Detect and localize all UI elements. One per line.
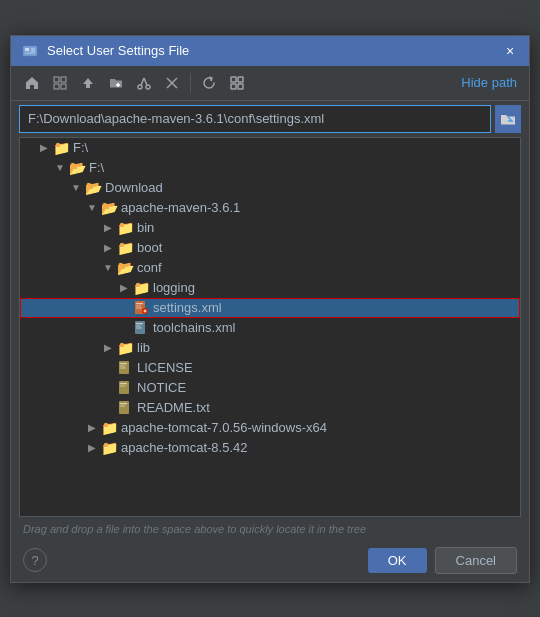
settings-xml-icon: [132, 300, 150, 316]
tree-row[interactable]: ▶ 📁 logging: [20, 278, 520, 298]
dialog-icon: [21, 42, 39, 60]
arrow: ▶: [100, 342, 116, 353]
svg-rect-5: [54, 77, 59, 82]
toolbar: Hide path: [11, 66, 529, 101]
arrow: ▶: [84, 442, 100, 453]
close-button[interactable]: ×: [501, 42, 519, 60]
dialog-title: Select User Settings File: [47, 43, 501, 58]
browse-button[interactable]: [495, 105, 521, 133]
arrow: ▶: [36, 142, 52, 153]
svg-rect-37: [120, 383, 127, 384]
refresh-button[interactable]: [196, 71, 222, 95]
folder-icon: 📁: [52, 140, 70, 156]
svg-rect-7: [54, 84, 59, 89]
svg-line-13: [141, 78, 144, 85]
tree-row[interactable]: ▶ 📁 F:\: [20, 138, 520, 158]
tree-label: README.txt: [137, 400, 210, 415]
ok-button[interactable]: OK: [368, 548, 427, 573]
home-button[interactable]: [19, 71, 45, 95]
folder-icon: 📂: [84, 180, 102, 196]
collapse-button[interactable]: [224, 71, 250, 95]
arrow: ▼: [100, 262, 116, 273]
arrow: ▶: [100, 242, 116, 253]
license-file-icon: [116, 360, 134, 376]
arrow: ▼: [84, 202, 100, 213]
svg-rect-8: [61, 84, 66, 89]
tree-row[interactable]: ▼ 📂 F:\: [20, 158, 520, 178]
help-button[interactable]: ?: [23, 548, 47, 572]
cut-button[interactable]: [131, 71, 157, 95]
delete-button[interactable]: [159, 71, 185, 95]
svg-rect-40: [120, 403, 127, 404]
svg-rect-22: [136, 303, 143, 304]
dialog: Select User Settings File ×: [10, 35, 530, 583]
notice-file-icon: [116, 380, 134, 396]
folder-icon: 📂: [68, 160, 86, 176]
new-folder-button[interactable]: [103, 71, 129, 95]
tree-row-settings-xml[interactable]: settings.xml: [20, 298, 520, 318]
svg-rect-18: [238, 77, 243, 82]
tree-row[interactable]: README.txt: [20, 398, 520, 418]
tree-row[interactable]: ▼ 📂 apache-maven-3.6.1: [20, 198, 520, 218]
svg-rect-31: [136, 327, 142, 328]
tree-row[interactable]: ▶ 📁 apache-tomcat-7.0.56-windows-x64: [20, 418, 520, 438]
folder-icon: 📁: [116, 340, 134, 356]
svg-rect-29: [136, 323, 143, 324]
svg-rect-1: [25, 48, 29, 51]
folder-icon: 📁: [100, 420, 118, 436]
tree-label: apache-tomcat-7.0.56-windows-x64: [121, 420, 327, 435]
tree-label: logging: [153, 280, 195, 295]
svg-rect-6: [61, 77, 66, 82]
tree-row[interactable]: ▶ 📁 bin: [20, 218, 520, 238]
folder-icon: 📂: [116, 260, 134, 276]
tree-row[interactable]: LICENSE: [20, 358, 520, 378]
tree-label: NOTICE: [137, 380, 186, 395]
svg-line-14: [144, 78, 147, 85]
grid-button[interactable]: [47, 71, 73, 95]
tree-row[interactable]: ▶ 📁 lib: [20, 338, 520, 358]
title-bar: Select User Settings File ×: [11, 36, 529, 66]
tree-row[interactable]: ▶ 📁 boot: [20, 238, 520, 258]
svg-point-11: [138, 85, 142, 89]
folder-icon: 📂: [100, 200, 118, 216]
drag-hint: Drag and drop a file into the space abov…: [11, 517, 529, 539]
tree-label: conf: [137, 260, 162, 275]
folder-icon: 📁: [116, 220, 134, 236]
hide-path-button[interactable]: Hide path: [457, 73, 521, 92]
svg-rect-34: [120, 365, 125, 366]
folder-icon: 📁: [100, 440, 118, 456]
svg-point-12: [146, 85, 150, 89]
file-tree[interactable]: ▶ 📁 F:\ ▼ 📂 F:\ ▼ 📂 Download ▼: [19, 137, 521, 517]
path-bar: [19, 105, 521, 133]
tree-row[interactable]: ▼ 📂 conf: [20, 258, 520, 278]
svg-rect-17: [231, 77, 236, 82]
svg-rect-23: [136, 305, 141, 306]
folder-icon: 📁: [116, 240, 134, 256]
arrow: ▶: [100, 222, 116, 233]
tree-label: LICENSE: [137, 360, 193, 375]
tree-label: toolchains.xml: [153, 320, 235, 335]
tree-label: F:\: [89, 160, 104, 175]
path-input[interactable]: [19, 105, 491, 133]
up-button[interactable]: [75, 71, 101, 95]
tree-label: F:\: [73, 140, 88, 155]
tree-label: Download: [105, 180, 163, 195]
arrow: ▼: [68, 182, 84, 193]
tree-row[interactable]: ▼ 📂 Download: [20, 178, 520, 198]
svg-rect-24: [136, 307, 142, 308]
tree-label: apache-maven-3.6.1: [121, 200, 240, 215]
tree-row[interactable]: NOTICE: [20, 378, 520, 398]
tree-label: bin: [137, 220, 154, 235]
svg-rect-35: [120, 367, 126, 368]
tree-label: lib: [137, 340, 150, 355]
tree-row[interactable]: toolchains.xml: [20, 318, 520, 338]
svg-rect-19: [231, 84, 236, 89]
tree-label: settings.xml: [153, 300, 222, 315]
cancel-button[interactable]: Cancel: [435, 547, 517, 574]
toolbar-separator: [190, 73, 191, 93]
tree-row[interactable]: ▶ 📁 apache-tomcat-8.5.42: [20, 438, 520, 458]
txt-file-icon: [116, 400, 134, 416]
folder-icon: 📁: [132, 280, 150, 296]
arrow: ▶: [116, 282, 132, 293]
svg-rect-33: [120, 363, 127, 364]
